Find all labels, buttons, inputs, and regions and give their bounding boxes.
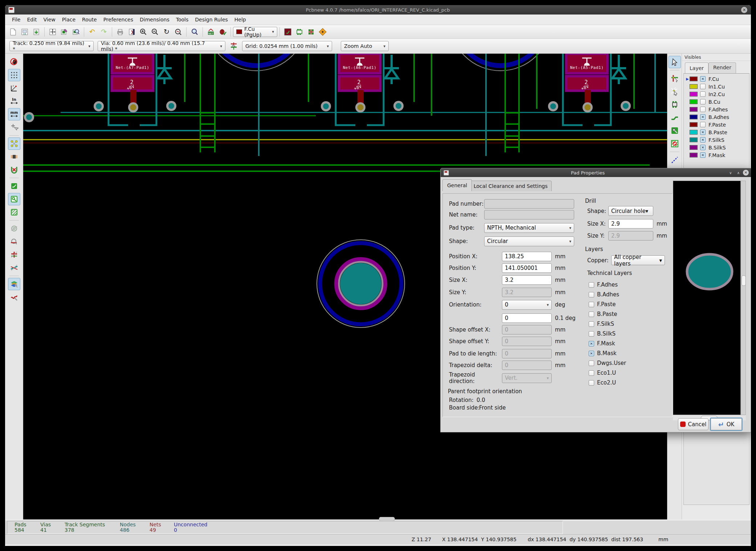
tech-layer-checkbox[interactable] <box>589 292 594 297</box>
layer-row-bsilks[interactable]: B.SilkS <box>685 144 749 151</box>
layer-visibility-checkbox[interactable] <box>700 84 706 89</box>
footprint-mode-icon[interactable] <box>294 26 305 37</box>
tech-layer-checkbox[interactable] <box>589 370 594 376</box>
orientation-select[interactable]: 0 ▾ <box>502 300 552 310</box>
auto-track-width-icon[interactable] <box>228 41 239 52</box>
layer-color-swatch[interactable] <box>690 99 698 104</box>
tool-add-line-icon[interactable] <box>669 154 681 166</box>
tab-general[interactable]: General <box>442 179 472 191</box>
dialog-close-icon[interactable]: ✕ <box>743 170 749 176</box>
new-board-icon[interactable] <box>8 26 19 37</box>
tool-route-track-icon[interactable] <box>669 111 681 124</box>
save-board-icon[interactable] <box>31 26 42 37</box>
ok-button[interactable]: ↵ OK <box>710 418 743 431</box>
layer-visibility-checkbox[interactable] <box>700 129 706 135</box>
layer-select-combo[interactable]: F.Cu (PgUp) ▾ <box>233 27 277 37</box>
selected-npth-pad[interactable] <box>317 240 405 328</box>
zoom-out-icon[interactable] <box>150 26 160 37</box>
netlist-icon[interactable]: NET <box>205 26 216 37</box>
preview-vscroll-thumb[interactable] <box>741 275 746 286</box>
zoom-combo[interactable]: Zoom Auto ▾ <box>341 41 389 51</box>
zoom-redraw-icon[interactable]: ↻ <box>161 26 172 37</box>
size-y-field[interactable] <box>502 288 552 297</box>
tech-layer-checkbox[interactable] <box>589 361 594 366</box>
drill-size-x-field[interactable] <box>608 219 653 229</box>
units-inch-icon[interactable]: In <box>8 95 20 107</box>
layer-color-swatch[interactable] <box>690 145 698 150</box>
units-mm-icon[interactable]: mm <box>8 108 20 120</box>
tech-layer-checkbox[interactable] <box>589 380 594 386</box>
zoom-fit-icon[interactable] <box>173 26 184 37</box>
shape-offset-y-field[interactable] <box>502 337 552 346</box>
pad-type-select[interactable]: NPTH, Mechanical ▾ <box>484 223 574 233</box>
cancel-button[interactable]: Cancel <box>678 418 708 430</box>
tool-local-ratsnest-icon[interactable] <box>669 85 681 98</box>
layer-row-in1cu[interactable]: In1.Cu <box>685 83 749 90</box>
via-size-combo[interactable]: Via: 0.60 mm (23.6 mils)/ 0.40 mm (15.7 … <box>98 41 225 51</box>
find-icon[interactable] <box>189 26 200 37</box>
layer-color-swatch[interactable] <box>690 107 698 112</box>
layer-visibility-checkbox[interactable] <box>700 145 706 150</box>
redo-icon[interactable]: ↷ <box>98 26 109 37</box>
track-autodelete-icon[interactable] <box>8 164 20 176</box>
pad-to-die-field[interactable] <box>502 349 552 358</box>
grid-visibility-icon[interactable] <box>8 69 20 81</box>
open-board-icon[interactable] <box>19 26 30 37</box>
layer-visibility-checkbox[interactable] <box>700 91 706 97</box>
menu-file[interactable]: File <box>9 15 24 24</box>
footprint-editor-icon[interactable] <box>59 26 70 37</box>
copper-layers-select[interactable]: All copper layers ▾ <box>611 255 665 265</box>
window-close-icon[interactable]: ✕ <box>741 7 747 13</box>
tool-add-zone-icon[interactable] <box>669 124 681 137</box>
layer-visibility-checkbox[interactable] <box>700 114 706 120</box>
preview-vscrollbar[interactable] <box>741 181 746 415</box>
menu-help[interactable]: Help <box>231 15 249 24</box>
polar-coords-icon[interactable]: r <box>8 82 20 94</box>
autoroute-mode-icon[interactable] <box>317 26 328 37</box>
menu-place[interactable]: Place <box>59 15 79 24</box>
layer-color-swatch[interactable] <box>690 153 698 157</box>
menu-preferences[interactable]: Preferences <box>100 15 136 24</box>
library-browser-icon[interactable] <box>70 26 81 37</box>
tool-highlight-net-icon[interactable] <box>669 72 681 85</box>
trapezoid-direction-select[interactable]: Vert. ▾ <box>502 373 552 383</box>
layer-row-bcu[interactable]: B.Cu <box>685 98 749 106</box>
tool-add-keepout-icon[interactable] <box>669 137 681 150</box>
zones-hatched-icon[interactable] <box>8 206 20 218</box>
undo-icon[interactable]: ↶ <box>87 26 98 37</box>
high-contrast-icon[interactable] <box>8 262 20 274</box>
trapezoid-delta-field[interactable] <box>502 361 552 370</box>
layer-visibility-checkbox[interactable] <box>700 76 706 82</box>
zones-outline-icon[interactable] <box>8 193 20 205</box>
track-mode-icon[interactable] <box>306 26 316 37</box>
ratsnest-show-icon[interactable] <box>8 137 20 150</box>
menu-route[interactable]: Route <box>79 15 100 24</box>
menu-edit[interactable]: Edit <box>24 15 40 24</box>
window-titlebar[interactable]: Pcbnew 4.0.7 /home/sfalco/ORI_INTERFACE_… <box>5 5 751 15</box>
dialog-unshade-icon[interactable]: ∧ <box>737 171 740 175</box>
microwave-tools-icon[interactable] <box>8 291 20 303</box>
layer-row-in2cu[interactable]: In2.Cu <box>685 90 749 98</box>
menu-view[interactable]: View <box>40 15 59 24</box>
size-x-field[interactable] <box>502 275 552 285</box>
position-x-field[interactable] <box>502 252 552 261</box>
layer-color-swatch[interactable] <box>690 77 698 81</box>
ratsnest-footprint-icon[interactable] <box>8 151 20 163</box>
net-name-field[interactable] <box>484 210 574 219</box>
layer-visibility-checkbox[interactable] <box>700 152 706 158</box>
position-y-field[interactable] <box>502 263 552 273</box>
tech-layer-checkbox[interactable] <box>589 321 594 327</box>
menu-design-rules[interactable]: Design Rules <box>192 15 231 24</box>
tech-layer-checkbox[interactable] <box>589 341 594 346</box>
layer-color-swatch[interactable] <box>690 84 698 89</box>
layers-manager-icon[interactable] <box>8 278 20 290</box>
dialog-titlebar[interactable]: Pad Properties ∨ ∧ ✕ <box>441 168 751 177</box>
pad-shape-select[interactable]: Circular ▾ <box>484 237 574 246</box>
layer-visibility-checkbox[interactable] <box>700 137 706 143</box>
tab-local-clearance[interactable]: Local Clearance and Settings <box>470 181 552 191</box>
menu-tools[interactable]: Tools <box>173 15 192 24</box>
layer-color-swatch[interactable] <box>690 92 698 96</box>
tool-add-footprint-icon[interactable] <box>669 98 681 111</box>
layer-row-badhes[interactable]: B.Adhes <box>685 113 749 121</box>
drc-off-icon[interactable] <box>8 56 20 68</box>
